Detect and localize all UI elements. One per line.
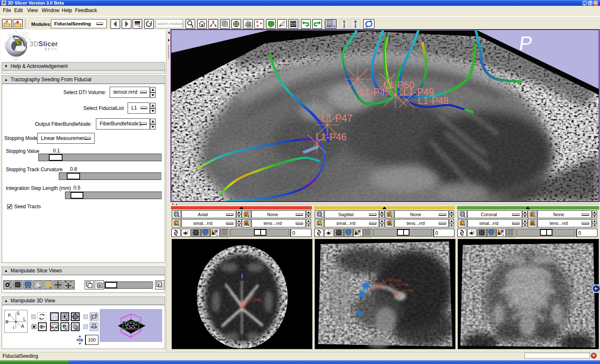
svg-text:F: F bbox=[158, 283, 161, 287]
svg-text:L: L bbox=[461, 222, 464, 226]
svg-text:L: L bbox=[175, 222, 178, 226]
svg-text:L1-P45: L1-P45 bbox=[383, 278, 394, 282]
svg-text:B: B bbox=[98, 284, 101, 288]
svg-text:F: F bbox=[245, 213, 248, 217]
svg-text:L: L bbox=[318, 222, 321, 226]
svg-text:R: R bbox=[5, 320, 8, 324]
svg-text:S: S bbox=[17, 311, 20, 316]
svg-text:F: F bbox=[531, 213, 534, 217]
svg-text:L1-P48: L1-P48 bbox=[418, 95, 449, 106]
svg-text:L1-P49: L1-P49 bbox=[397, 282, 408, 287]
svg-text:B: B bbox=[245, 222, 248, 226]
svg-text:L1-P48: L1-P48 bbox=[402, 289, 414, 293]
svg-text:B: B bbox=[388, 222, 391, 226]
svg-text:P: P bbox=[8, 313, 11, 318]
svg-text:I: I bbox=[13, 326, 14, 330]
svg-text:L1-P48: L1-P48 bbox=[248, 298, 261, 302]
svg-text:F: F bbox=[388, 213, 391, 217]
svg-text:L1-P46: L1-P46 bbox=[370, 285, 382, 289]
svg-text:L1-P46: L1-P46 bbox=[316, 132, 346, 142]
svg-text:L1-P47: L1-P47 bbox=[321, 113, 352, 124]
svg-text:A: A bbox=[21, 324, 24, 329]
svg-text:L1-P47: L1-P47 bbox=[372, 281, 384, 285]
svg-text:L: L bbox=[23, 317, 26, 322]
svg-text:B: B bbox=[531, 222, 534, 226]
svg-text:%: % bbox=[78, 337, 83, 343]
